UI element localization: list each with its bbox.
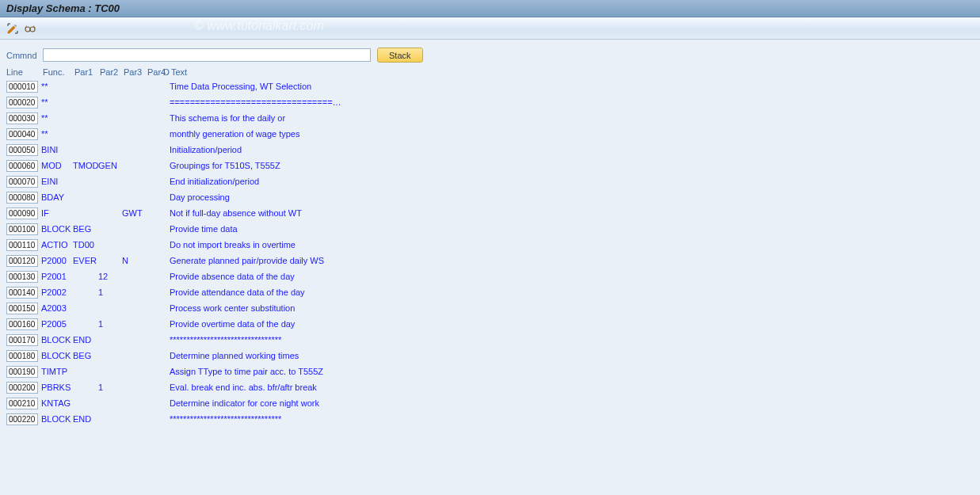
cell-func: P2001 bbox=[41, 272, 73, 281]
command-row: Cmmnd Stack bbox=[6, 48, 974, 63]
header-func: Func. bbox=[43, 67, 74, 77]
cell-par2: GEN bbox=[98, 161, 122, 170]
cell-func: BLOCK bbox=[41, 414, 73, 424]
cell-par2: 1 bbox=[98, 319, 122, 329]
line-number-input[interactable] bbox=[6, 239, 38, 251]
schema-row: EINIEnd initialization/period bbox=[6, 173, 974, 189]
command-input[interactable] bbox=[43, 48, 371, 62]
cell-func: BLOCK bbox=[41, 335, 73, 345]
line-number-input[interactable] bbox=[6, 128, 38, 140]
cell-par3: GWT bbox=[122, 208, 146, 218]
cell-text: Initialization/period bbox=[170, 145, 242, 154]
cell-func: BLOCK bbox=[41, 224, 73, 234]
schema-row: **================================… bbox=[6, 94, 974, 110]
schema-row: BINIInitialization/period bbox=[6, 142, 974, 158]
cell-par1: END bbox=[73, 335, 98, 345]
line-number-input[interactable] bbox=[6, 160, 38, 172]
schema-row: **monthly generation of wage types bbox=[6, 126, 974, 142]
cell-text: Eval. break end inc. abs. bfr/aftr break bbox=[170, 383, 317, 392]
line-number-input[interactable] bbox=[6, 287, 38, 299]
schema-row: PBRKS1Eval. break end inc. abs. bfr/aftr… bbox=[6, 379, 974, 395]
cell-func: TIMTP bbox=[41, 367, 73, 376]
cell-func: P2002 bbox=[41, 287, 73, 297]
line-number-input[interactable] bbox=[6, 382, 38, 394]
cell-func: BLOCK bbox=[41, 351, 73, 360]
cell-func: P2000 bbox=[41, 256, 73, 265]
line-number-input[interactable] bbox=[6, 413, 38, 425]
line-number-input[interactable] bbox=[6, 81, 38, 93]
cell-text: ********************************* bbox=[170, 414, 281, 424]
header-par2: Par2 bbox=[100, 67, 124, 77]
cell-par1: END bbox=[73, 414, 98, 424]
line-number-input[interactable] bbox=[6, 176, 38, 188]
svg-point-0 bbox=[25, 27, 30, 32]
line-number-input[interactable] bbox=[6, 255, 38, 267]
cell-text: ================================… bbox=[170, 97, 341, 107]
line-number-input[interactable] bbox=[6, 318, 38, 330]
cell-text: Provide absence data of the day bbox=[170, 272, 295, 281]
cell-func: KNTAG bbox=[41, 398, 73, 408]
cell-text: Groupings for T510S, T555Z bbox=[170, 161, 280, 170]
toggle-edit-button[interactable] bbox=[5, 21, 21, 36]
pencil-toggle-icon bbox=[6, 22, 19, 35]
schema-row: IFGWTNot if full-day absence without WT bbox=[6, 205, 974, 221]
cell-text: ********************************* bbox=[170, 335, 281, 345]
schema-row: ACTIOTD00Do not import breaks in overtim… bbox=[6, 237, 974, 253]
line-number-input[interactable] bbox=[6, 398, 38, 409]
command-label: Cmmnd bbox=[6, 51, 43, 60]
line-number-input[interactable] bbox=[6, 350, 38, 362]
other-schema-button[interactable] bbox=[22, 21, 38, 36]
cell-text: Not if full-day absence without WT bbox=[170, 208, 302, 218]
cell-func: MOD bbox=[41, 161, 73, 170]
content-area: Cmmnd Stack Line Func. Par1 Par2 Par3 Pa… bbox=[0, 40, 980, 495]
cell-text: monthly generation of wage types bbox=[170, 129, 300, 139]
schema-row: BLOCKBEGProvide time data bbox=[6, 221, 974, 237]
schema-rows: **Time Data Processing, WT Selection**==… bbox=[6, 78, 974, 427]
schema-row: P20051Provide overtime data of the day bbox=[6, 316, 974, 332]
schema-row: P200112Provide absence data of the day bbox=[6, 268, 974, 284]
header-line: Line bbox=[6, 67, 43, 77]
schema-row: BDAYDay processing bbox=[6, 189, 974, 205]
line-number-input[interactable] bbox=[6, 334, 38, 346]
cell-text: Generate planned pair/provide daily WS bbox=[170, 256, 324, 265]
cell-func: P2005 bbox=[41, 319, 73, 329]
cell-text: Process work center substitution bbox=[170, 303, 295, 313]
line-number-input[interactable] bbox=[6, 112, 38, 124]
schema-row: KNTAGDetermine indicator for core night … bbox=[6, 395, 974, 411]
cell-func: IF bbox=[41, 208, 73, 218]
glasses-icon bbox=[24, 22, 36, 35]
header-par1: Par1 bbox=[74, 67, 100, 77]
cell-text: End initialization/period bbox=[170, 177, 259, 186]
schema-row: P2000EVERNGenerate planned pair/provide … bbox=[6, 253, 974, 268]
line-number-input[interactable] bbox=[6, 271, 38, 283]
cell-func: PBRKS bbox=[41, 383, 73, 392]
cell-func: ** bbox=[41, 97, 73, 107]
schema-row: BLOCKBEGDetermine planned working times bbox=[6, 348, 974, 364]
schema-row: P20021Provide attendance data of the day bbox=[6, 284, 974, 300]
cell-text: Do not import breaks in overtime bbox=[170, 240, 296, 249]
cell-par1: TD00 bbox=[73, 240, 98, 249]
cell-text: Time Data Processing, WT Selection bbox=[170, 82, 311, 91]
cell-text: Provide attendance data of the day bbox=[170, 287, 305, 297]
stack-button[interactable]: Stack bbox=[377, 48, 423, 63]
schema-row: BLOCKEND********************************… bbox=[6, 411, 974, 427]
watermark: © www.tutorialkart.com bbox=[194, 19, 324, 33]
line-number-input[interactable] bbox=[6, 208, 38, 219]
line-number-input[interactable] bbox=[6, 223, 38, 235]
cell-par1: TMOD bbox=[73, 161, 98, 170]
svg-point-1 bbox=[30, 27, 35, 32]
cell-func: EINI bbox=[41, 177, 73, 186]
line-number-input[interactable] bbox=[6, 144, 38, 156]
header-par3: Par3 bbox=[124, 67, 147, 77]
line-number-input[interactable] bbox=[6, 97, 38, 109]
cell-func: BDAY bbox=[41, 192, 73, 202]
line-number-input[interactable] bbox=[6, 303, 38, 314]
cell-par1: BEG bbox=[73, 224, 98, 234]
header-d: D bbox=[163, 67, 171, 77]
cell-func: ACTIO bbox=[41, 240, 73, 249]
cell-par2: 1 bbox=[98, 383, 122, 392]
schema-row: BLOCKEND********************************… bbox=[6, 332, 974, 348]
column-headers: Line Func. Par1 Par2 Par3 Par4 D Text bbox=[6, 67, 974, 77]
line-number-input[interactable] bbox=[6, 366, 38, 378]
line-number-input[interactable] bbox=[6, 192, 38, 204]
